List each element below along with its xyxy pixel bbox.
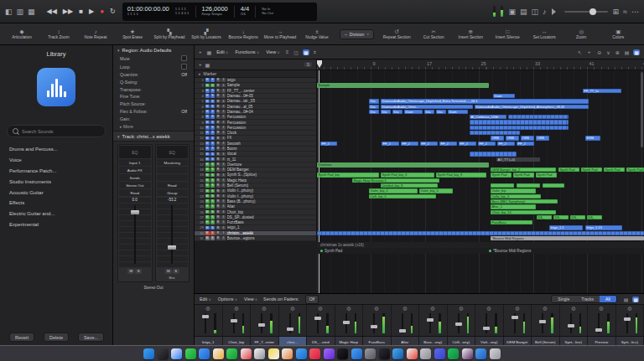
edit-bar-right-icon[interactable]: ▤: [624, 49, 631, 55]
region-diam[interactable]: Diam: [493, 94, 515, 98]
record-button[interactable]: ●: [100, 8, 104, 15]
lcd-display[interactable]: 01:00:00:00.00 1 1 1 1 1 1 1 1 1 2 4 0 1…: [122, 3, 317, 21]
solo-button[interactable]: S: [210, 199, 215, 204]
mute-button[interactable]: M: [205, 78, 210, 82]
region-ai-cerberus-120b[interactable]: AI_Cerberus_120b: [470, 115, 506, 119]
mute-button[interactable]: M: [205, 157, 210, 162]
dock-photos-icon[interactable]: [213, 348, 224, 359]
region-ff-j[interactable]: FF_J: [439, 142, 457, 146]
dock-music-icon[interactable]: [309, 348, 320, 359]
region-synth-pad-bip-3[interactable]: Synth Pad_bip_3: [381, 173, 434, 177]
mixer-strip-bell-serum[interactable]: [532, 305, 560, 336]
loops-icon[interactable]: ♪: [543, 8, 547, 16]
input-monitor-button[interactable]: I: [221, 236, 226, 240]
input-monitor-button[interactable]: I: [221, 220, 226, 224]
fader-knob[interactable]: [624, 317, 631, 321]
record-enable-button[interactable]: R: [216, 84, 221, 88]
pan-knob[interactable]: [234, 307, 238, 311]
edit-bar-right-icon[interactable]: ▦: [633, 49, 640, 55]
mute-button[interactable]: M: [205, 168, 210, 172]
mute-button[interactable]: M: [127, 269, 134, 274]
toolbar-track-zoom-button[interactable]: ↕Track Zoom: [40, 24, 77, 44]
mute-button[interactable]: M: [205, 100, 210, 104]
solo-button[interactable]: S: [210, 137, 215, 141]
region-magic-harp-revision-1[interactable]: Magic Harp Revision.1: [352, 178, 439, 183]
pan-knob[interactable]: [600, 307, 604, 311]
region-orb[interactable]: ORB: [491, 136, 504, 140]
solo-button[interactable]: S: [210, 78, 215, 82]
region-synth-pad[interactable]: Synth Pad: [513, 173, 534, 177]
input-monitor-button[interactable]: I: [221, 89, 226, 93]
region-ff-j[interactable]: FF_J: [459, 142, 476, 146]
input-monitor-button[interactable]: I: [221, 231, 226, 235]
mute-button[interactable]: M: [205, 152, 210, 157]
record-enable-button[interactable]: R: [216, 115, 221, 119]
mixer-menu-view[interactable]: View: [244, 297, 257, 302]
input-monitor-button[interactable]: I: [221, 115, 226, 119]
input-monitor-button[interactable]: I: [221, 199, 226, 204]
solo-button[interactable]: S: [210, 126, 215, 130]
region-violin-bip-5[interactable]: Violin_bip_5: [419, 188, 453, 193]
rewind-button[interactable]: ◀◀: [47, 8, 57, 15]
mute-button[interactable]: M: [205, 142, 210, 146]
region-ff-j[interactable]: FF_J: [401, 142, 418, 146]
region-ds[interactable]: DS_: [553, 215, 569, 219]
library-item-performance-patch[interactable]: Performance Patch...: [0, 166, 112, 177]
region-clip[interactable]: [470, 120, 569, 124]
volume-fader[interactable]: -53.2: [157, 197, 189, 267]
view-option-single[interactable]: Single: [552, 296, 575, 302]
region-synth-pad-bip-9[interactable]: Synth Pad_bip_9: [436, 173, 486, 177]
channel-slot-group[interactable]: Group: [157, 189, 189, 196]
record-enable-button[interactable]: R: [216, 204, 221, 209]
record-enable-button[interactable]: R: [216, 105, 221, 109]
toggle-inspector-icon[interactable]: ▥: [17, 8, 24, 16]
region-canvas[interactable]: christmas 1x asiekk (x16) Synth Pad*Boun…: [317, 70, 644, 293]
region-dem-banget-bip-2[interactable]: DEM Banget_bip_2: [491, 168, 556, 172]
record-enable-button[interactable]: R: [216, 142, 221, 146]
record-enable-button[interactable]: R: [216, 226, 221, 230]
toolbar-repeat-section-button[interactable]: ↺Repeat Section: [378, 24, 415, 44]
region-fuzzbass[interactable]: FuzzBass: [491, 220, 532, 224]
channel-slot-sends[interactable]: Sends: [119, 174, 151, 181]
input-monitor-button[interactable]: I: [221, 215, 226, 219]
lane-item-synth-pad[interactable]: Synth Pad: [320, 248, 342, 254]
mute-checkbox[interactable]: [181, 55, 187, 61]
mute-button[interactable]: M: [205, 121, 210, 125]
solo-button[interactable]: S: [210, 189, 215, 193]
toolbar-nudge-value-button[interactable]: ±Nudge Value: [299, 24, 335, 44]
mixer-strip-choir-bip[interactable]: [223, 305, 252, 336]
dock-settings-icon[interactable]: [365, 348, 376, 359]
solo-button[interactable]: S: [210, 162, 215, 167]
record-enable-button[interactable]: R: [216, 126, 221, 130]
record-enable-button[interactable]: R: [216, 199, 221, 204]
region-cello-bip-3[interactable]: Cello_bip_3: [491, 194, 541, 199]
region-param-transpose[interactable]: Transpose:: [113, 85, 194, 93]
dock-safari-icon[interactable]: [171, 348, 182, 359]
dock-launchpad-icon[interactable]: [158, 348, 169, 359]
input-monitor-button[interactable]: I: [221, 168, 226, 172]
browsers-icon[interactable]: ◫: [531, 8, 538, 16]
new-track-button[interactable]: +: [199, 62, 202, 67]
input-monitor-button[interactable]: I: [221, 152, 226, 157]
record-enable-button[interactable]: R: [216, 173, 221, 178]
fader-knob[interactable]: [343, 321, 350, 324]
toolbar-note-repeat-button[interactable]: ♪Note Repeat: [77, 24, 114, 44]
menu-view[interactable]: View: [266, 49, 280, 54]
mute-button[interactable]: M: [205, 236, 210, 240]
mixer-strip-dem-banget[interactable]: [504, 305, 532, 336]
region-inspector-header[interactable]: ▾ Region: Audio Defaults: [113, 45, 194, 54]
solo-button[interactable]: S: [210, 236, 215, 240]
sends-mode-dropdown[interactable]: Off: [305, 295, 319, 304]
menu-edit[interactable]: Edit: [216, 49, 228, 54]
region-ds[interactable]: DS_: [587, 215, 602, 219]
more-icon[interactable]: ⋯: [631, 8, 639, 16]
input-monitor-button[interactable]: I: [221, 126, 226, 130]
dock-weather-icon[interactable]: [296, 348, 307, 359]
mute-button[interactable]: M: [205, 215, 210, 219]
mute-button[interactable]: M: [205, 115, 210, 119]
record-enable-button[interactable]: R: [216, 178, 221, 183]
edit-bar-right-icon[interactable]: ∨: [605, 49, 610, 55]
region-ff-j[interactable]: FF_J: [478, 142, 496, 146]
dock-messages-icon[interactable]: [185, 348, 196, 359]
pan-knob[interactable]: [543, 307, 548, 311]
